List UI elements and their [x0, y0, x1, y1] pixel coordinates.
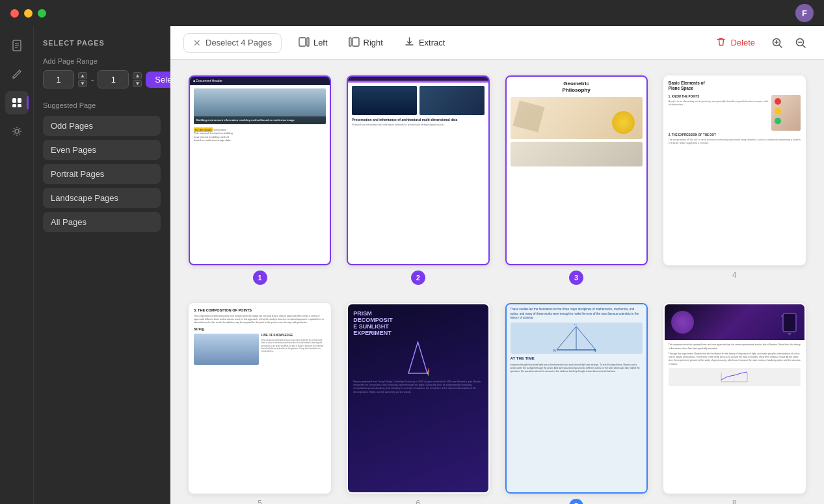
- delete-button[interactable]: Delete: [706, 33, 764, 53]
- spinner-down[interactable]: ▼: [78, 80, 87, 87]
- page-card-6[interactable]: PRISMDECOMPOSITE SUNLIGHTEXPERIMENT Newt…: [347, 303, 489, 504]
- page-range-to[interactable]: [98, 70, 129, 88]
- svg-rect-6: [12, 104, 16, 107]
- activity-document-icon[interactable]: [5, 34, 29, 57]
- suggested-item-landscape[interactable]: Landscape Pages: [43, 188, 161, 208]
- activity-active-indicator: [27, 96, 29, 109]
- page-range-row: ▲ ▼ - ▲ ▼ Select: [43, 70, 161, 88]
- page-thumb-6: PRISMDECOMPOSITE SUNLIGHTEXPERIMENT Newt…: [347, 303, 489, 493]
- page-card-5[interactable]: 3. THE COMPOSITION OF POINTS The composi…: [189, 303, 331, 504]
- toolbar: ✕ Deselect 4 Pages Left: [170, 26, 824, 60]
- suggested-label: Suggested Page: [43, 101, 161, 109]
- page-thumb-2: Preservation and inheritance of architec…: [347, 75, 489, 265]
- deselect-label: Deselect 4 Pages: [206, 38, 272, 47]
- right-button[interactable]: Right: [339, 33, 392, 53]
- svg-rect-5: [18, 98, 21, 103]
- suggested-item-even[interactable]: Even Pages: [43, 140, 161, 160]
- page-thumb-3: GeometricPhilosophy: [505, 75, 648, 265]
- page-badge-2: 2: [411, 271, 425, 285]
- extract-button[interactable]: Extract: [395, 33, 454, 53]
- traffic-lights: [10, 9, 46, 18]
- page-thumb-8: This experiment can be repeated over and…: [663, 303, 806, 493]
- svg-line-28: [576, 326, 596, 350]
- zoom-in-button[interactable]: [767, 33, 788, 53]
- range-dash: -: [91, 75, 94, 85]
- svg-line-18: [803, 45, 806, 47]
- page-thumb-5: 3. THE COMPOSITION OF POINTS The composi…: [189, 303, 331, 493]
- deselect-icon: ✕: [193, 38, 201, 48]
- activity-pages-icon[interactable]: [5, 91, 29, 114]
- spinner-to-down[interactable]: ▼: [133, 80, 142, 87]
- svg-line-14: [780, 45, 782, 47]
- left-icon: [299, 36, 310, 49]
- svg-text:N: N: [553, 349, 556, 352]
- page-num-8: 8: [732, 499, 737, 504]
- svg-rect-7: [18, 104, 21, 107]
- spinner-to-up[interactable]: ▲: [133, 72, 142, 79]
- right-label: Right: [364, 38, 383, 47]
- page-num-7: 7: [569, 499, 583, 504]
- sidebar-title: SELECT PAGES: [43, 39, 161, 47]
- suggested-item-all[interactable]: All Pages: [43, 212, 161, 232]
- sidebar: SELECT PAGES Add Page Range ▲ ▼ - ▲ ▼ Se…: [34, 26, 170, 504]
- titlebar: F: [0, 0, 824, 26]
- delete-icon: [715, 36, 726, 49]
- svg-point-8: [15, 129, 19, 133]
- right-icon: [349, 36, 360, 49]
- main-area: ✕ Deselect 4 Pages Left: [170, 26, 824, 504]
- page-num-4: 4: [732, 271, 737, 280]
- activity-edit-icon[interactable]: [5, 62, 29, 86]
- page-card-4[interactable]: Basic Elements ofPlane Space 1. KNOW THE…: [663, 75, 806, 285]
- page-num-5: 5: [258, 499, 262, 504]
- page-card-1[interactable]: ■ Document Header Building environment i…: [189, 75, 331, 285]
- svg-rect-9: [299, 38, 306, 46]
- page-card-7[interactable]: These studies led the foundation for the…: [505, 303, 648, 504]
- activity-tools-wrapper: [5, 120, 29, 143]
- page-range-label: Add Page Range: [43, 57, 161, 65]
- page-card-2[interactable]: Preservation and inheritance of architec…: [347, 75, 489, 285]
- activity-pages-wrapper: [5, 91, 29, 114]
- left-button[interactable]: Left: [289, 33, 337, 53]
- suggested-item-odd[interactable]: Odd Pages: [43, 116, 161, 136]
- page-num-2: 2: [411, 271, 425, 285]
- svg-text:H: H: [574, 324, 577, 326]
- svg-rect-10: [307, 38, 309, 46]
- page-num-6: 6: [416, 499, 421, 504]
- page-thumb-7: These studies led the foundation for the…: [505, 303, 648, 493]
- activity-document-wrapper: [5, 34, 29, 57]
- activity-bar: [0, 26, 34, 504]
- deselect-button[interactable]: ✕ Deselect 4 Pages: [183, 33, 282, 53]
- page-card-8[interactable]: This experiment can be repeated over and…: [663, 303, 806, 504]
- page-thumb-4: Basic Elements ofPlane Space 1. KNOW THE…: [663, 75, 806, 265]
- zoom-out-button[interactable]: [790, 33, 811, 53]
- pages-grid: ■ Document Header Building environment i…: [170, 60, 824, 504]
- suggested-item-portrait[interactable]: Portrait Pages: [43, 164, 161, 184]
- page-card-3[interactable]: GeometricPhilosophy 3: [505, 75, 648, 285]
- left-label: Left: [313, 38, 328, 47]
- svg-text:N: N: [594, 349, 596, 352]
- delete-label: Delete: [730, 38, 755, 47]
- extract-label: Extract: [419, 38, 445, 47]
- page-range-from[interactable]: [43, 70, 74, 88]
- svg-line-27: [557, 326, 576, 350]
- activity-tools-icon[interactable]: [5, 120, 29, 143]
- page-num-3: 3: [569, 271, 583, 285]
- page-thumb-1: ■ Document Header Building environment i…: [189, 75, 331, 265]
- page-range-spinners: ▲ ▼: [78, 72, 87, 87]
- avatar: F: [795, 4, 814, 22]
- svg-rect-11: [352, 38, 359, 46]
- page-badge-3: 3: [569, 271, 583, 285]
- svg-marker-20: [408, 342, 427, 373]
- close-button[interactable]: [10, 9, 19, 18]
- extract-icon: [404, 36, 415, 49]
- page-range-to-spinners: ▲ ▼: [133, 72, 142, 87]
- app-body: SELECT PAGES Add Page Range ▲ ▼ - ▲ ▼ Se…: [0, 26, 824, 504]
- page-badge-1: 1: [253, 271, 267, 285]
- spinner-up[interactable]: ▲: [78, 72, 87, 79]
- page-num-1: 1: [253, 271, 267, 285]
- activity-edit-wrapper: [5, 62, 29, 86]
- minimize-button[interactable]: [24, 9, 33, 18]
- svg-rect-12: [349, 38, 351, 46]
- maximize-button[interactable]: [38, 9, 46, 18]
- svg-rect-4: [12, 98, 16, 103]
